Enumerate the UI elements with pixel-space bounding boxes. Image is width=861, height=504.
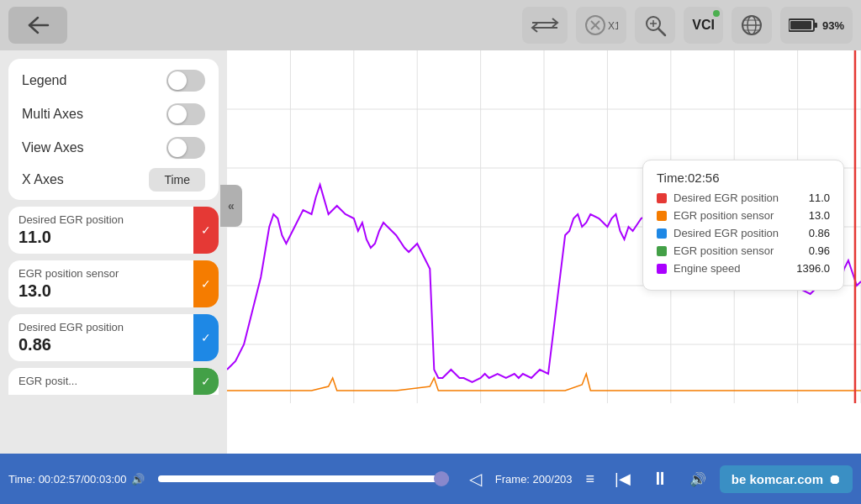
view-axes-toggle[interactable] — [166, 137, 205, 159]
tooltip-name-1: EGR position sensor — [673, 209, 788, 222]
data-card-3-badge: ✓ — [193, 314, 219, 361]
settings-card: Legend Multi Axes View Axes X Axes Time — [8, 59, 219, 200]
tooltip-name-3: EGR position sensor — [673, 244, 788, 257]
zoom-icon[interactable] — [635, 7, 675, 44]
tooltip-row-4: Engine speed 1396.0 — [657, 262, 830, 275]
data-card-4-title: EGR posit... — [18, 375, 209, 387]
data-card-3: Desired EGR position 0.86 V ✓ — [8, 314, 219, 361]
data-card-2-value: 13.0 — [18, 281, 209, 301]
multi-axes-label: Multi Axes — [22, 107, 83, 122]
data-card-2-title: EGR position sensor — [18, 267, 209, 280]
pause-button[interactable]: ⏸ — [644, 465, 676, 493]
back-button[interactable] — [8, 7, 67, 44]
data-card-3-value: 0.86 — [18, 335, 209, 354]
top-right-controls: X1 VCI — [522, 7, 853, 44]
legend-row: Legend — [22, 67, 205, 94]
brand-area: be komcar.com ⏺ — [720, 465, 853, 493]
tooltip-row-0: Desired EGR position 11.0 — [657, 192, 830, 204]
svg-line-8 — [658, 29, 665, 35]
x-axes-row: X Axes Time — [22, 168, 205, 192]
tooltip-name-4: Engine speed — [673, 262, 788, 275]
globe-icon[interactable] — [732, 7, 772, 44]
tooltip-dot-2 — [657, 228, 667, 239]
prev-frame-button[interactable]: ◁ — [462, 465, 489, 492]
tooltip-value-0: 11.0 — [788, 192, 830, 204]
volume-button-2[interactable]: 🔊 — [683, 468, 713, 491]
progress-bar[interactable] — [158, 475, 448, 482]
legend-toggle[interactable] — [166, 70, 205, 92]
svg-text:X1: X1 — [608, 20, 618, 32]
swap-icon[interactable] — [522, 7, 568, 44]
data-card-4-badge: ✓ — [193, 368, 219, 395]
data-card-1: Desired EGR position 11.0 % ✓ — [8, 207, 219, 254]
progress-thumb[interactable] — [434, 471, 449, 486]
tooltip-dot-3 — [657, 246, 667, 256]
svg-rect-17 — [814, 23, 817, 28]
left-panel: Legend Multi Axes View Axes X Axes Time … — [0, 50, 227, 454]
data-card-1-badge: ✓ — [193, 207, 219, 254]
chart-area: Time:02:56 Desired EGR position 11.0 EGR… — [227, 50, 861, 454]
frame-counter: Frame: 200/203 — [495, 473, 573, 486]
tooltip-name-2: Desired EGR position — [673, 227, 788, 239]
tooltip-row-2: Desired EGR position 0.86 — [657, 227, 830, 239]
legend-label: Legend — [22, 73, 66, 88]
tooltip-time: Time:02:56 — [657, 171, 830, 185]
data-card-3-title: Desired EGR position — [18, 321, 209, 333]
multi-axes-row: Multi Axes — [22, 101, 205, 128]
data-card-2: EGR position sensor 13.0 % ✓ — [8, 260, 219, 307]
view-axes-row: View Axes — [22, 134, 205, 161]
record-icon[interactable]: ⏺ — [828, 472, 841, 486]
chart-tooltip: Time:02:56 Desired EGR position 11.0 EGR… — [642, 160, 844, 291]
svg-rect-18 — [790, 21, 811, 29]
bottom-bar: Time: 00:02:57/00:03:00 🔊 ◁ Frame: 200/2… — [0, 454, 861, 504]
x-axes-time-button[interactable]: Time — [149, 168, 205, 192]
view-axes-label: View Axes — [22, 140, 84, 155]
x-axes-label: X Axes — [22, 172, 64, 187]
tooltip-dot-0 — [657, 193, 667, 203]
progress-fill — [158, 475, 442, 482]
tooltip-value-2: 0.86 — [788, 227, 830, 239]
vci-label[interactable]: VCI — [684, 7, 723, 44]
top-bar: X1 VCI — [0, 0, 861, 50]
data-card-2-badge: ✓ — [193, 260, 219, 307]
tooltip-dot-4 — [657, 264, 667, 274]
playback-time: Time: 00:02:57/00:03:00 🔊 — [8, 473, 145, 486]
data-card-1-title: Desired EGR position — [18, 213, 209, 226]
volume-icon[interactable]: 🔊 — [131, 473, 145, 486]
tooltip-value-3: 0.96 — [788, 244, 830, 257]
main-area: Legend Multi Axes View Axes X Axes Time … — [0, 50, 861, 454]
data-card-4-partial: EGR posit... ✓ — [8, 368, 219, 395]
tooltip-dot-1 — [657, 211, 667, 221]
multi-axes-toggle[interactable] — [166, 103, 205, 125]
x1-icon[interactable]: X1 — [576, 7, 626, 44]
menu-icon[interactable]: ≡ — [579, 467, 602, 491]
battery-icon: 93% — [780, 7, 853, 44]
skip-start-button[interactable]: |◀ — [608, 466, 637, 491]
collapse-panel-button[interactable]: « — [220, 185, 242, 227]
data-card-1-value: 11.0 — [18, 228, 209, 247]
tooltip-row-1: EGR position sensor 13.0 — [657, 209, 830, 222]
tooltip-value-1: 13.0 — [788, 209, 830, 222]
tooltip-row-3: EGR position sensor 0.96 — [657, 244, 830, 257]
tooltip-name-0: Desired EGR position — [673, 192, 788, 204]
tooltip-value-4: 1396.0 — [788, 262, 830, 275]
